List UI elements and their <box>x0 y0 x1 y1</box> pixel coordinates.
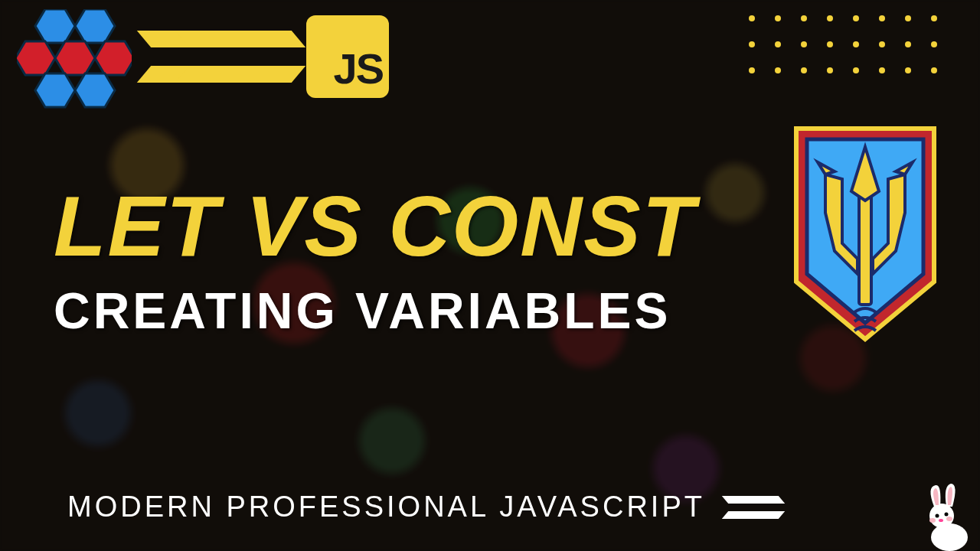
chevrons-bottom <box>725 492 780 523</box>
chevron-right-icon <box>144 23 172 90</box>
dot-grid-icon <box>749 15 957 93</box>
title-block: LET VS CONST CREATING VARIABLES <box>54 184 696 340</box>
js-badge-label: JS <box>334 44 384 93</box>
svg-point-5 <box>945 513 949 517</box>
chevron-right-icon <box>182 23 210 90</box>
hex-cluster-icon <box>17 9 132 109</box>
chevron-right-icon <box>725 492 739 523</box>
svg-point-2 <box>931 523 968 551</box>
chevrons-top <box>144 23 297 90</box>
footer-text: MODERN PROFESSIONAL JAVASCRIPT <box>67 491 705 523</box>
svg-point-7 <box>929 518 936 523</box>
chevron-right-icon <box>220 23 248 90</box>
bunny-icon <box>913 482 974 551</box>
svg-point-8 <box>946 517 952 521</box>
footer: MODERN PROFESSIONAL JAVASCRIPT <box>67 491 780 523</box>
svg-point-4 <box>936 514 939 518</box>
title-sub: CREATING VARIABLES <box>54 282 696 340</box>
trident-shield-icon <box>781 121 949 350</box>
chevron-right-icon <box>743 492 757 523</box>
javascript-badge-icon: JS <box>306 15 389 98</box>
chevron-right-icon <box>259 23 286 90</box>
chevron-right-icon <box>762 492 776 523</box>
title-main: LET VS CONST <box>54 184 696 269</box>
svg-point-6 <box>939 519 943 522</box>
svg-point-3 <box>929 504 954 528</box>
